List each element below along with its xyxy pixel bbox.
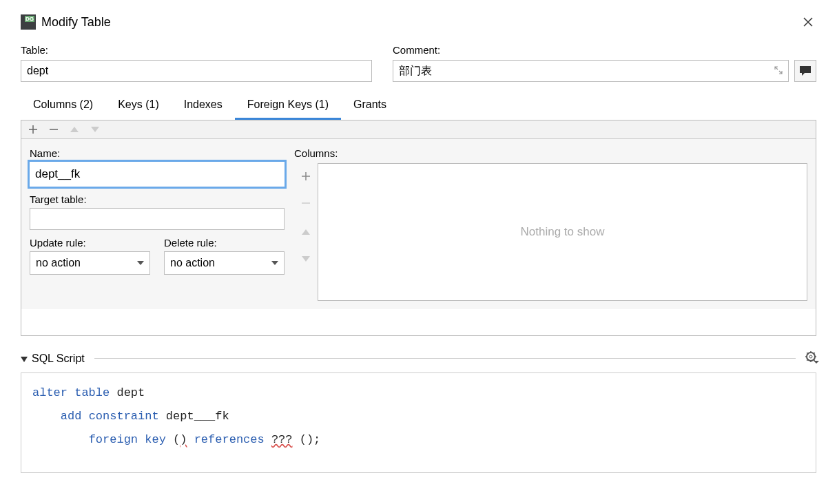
table-name-input[interactable] [21,60,372,82]
add-column-button[interactable] [301,170,311,185]
minus-icon [301,198,311,208]
update-rule-label: Update rule: [30,237,150,249]
sql-error: ??? [271,433,293,446]
titlebar: Modify Table [21,14,816,30]
comment-input[interactable] [393,62,769,80]
columns-list[interactable]: Nothing to show [318,163,807,301]
sql-editor[interactable]: alter table dept add constraint dept___f… [21,372,816,473]
sql-punct: (); [300,433,321,446]
window-title: Modify Table [41,15,111,30]
sql-keyword: constraint [89,410,159,423]
sql-keyword: references [194,433,265,446]
triangle-down-icon [21,357,28,362]
move-down-button [89,123,101,136]
remove-fk-button[interactable] [48,123,60,136]
gear-icon [805,351,816,362]
update-rule-value: no action [36,257,81,269]
triangle-up-icon [70,127,79,132]
tab-columns[interactable]: Columns (2) [21,92,105,120]
fk-name-label: Name: [30,147,285,159]
tab-grants[interactable]: Grants [341,92,399,120]
fk-target-label: Target table: [30,193,285,205]
divider [94,358,796,359]
close-icon [803,17,813,27]
chevron-down-icon [137,261,144,265]
col-move-down-button [302,251,310,265]
svg-point-1 [809,355,812,358]
triangle-down-icon [91,127,99,132]
plus-icon [28,125,38,134]
comment-label: Comment: [393,44,816,56]
tab-indexes[interactable]: Indexes [172,92,235,120]
tab-keys[interactable]: Keys (1) [105,92,172,120]
foreign-keys-panel: Name: Target table: Update rule: no acti… [21,120,816,336]
sql-settings-button[interactable] [805,351,816,366]
update-rule-select[interactable]: no action [30,251,150,275]
close-button[interactable] [800,14,816,30]
triangle-down-icon [302,256,310,262]
sql-keyword: alter [32,386,68,399]
sql-ident: dept [116,386,145,399]
delete-rule-select[interactable]: no action [164,251,285,275]
sql-keyword: foreign [89,433,138,446]
sql-ident: dept___fk [166,410,229,423]
datagrip-icon [21,14,36,30]
tabs: Columns (2) Keys (1) Indexes Foreign Key… [21,92,816,120]
move-up-button [68,123,81,136]
sql-keyword: table [74,386,110,399]
empty-message: Nothing to show [521,225,605,239]
comment-input-wrap [393,60,789,82]
fk-target-input[interactable] [30,208,285,230]
triangle-up-icon [302,229,310,235]
sql-script-title: SQL Script [32,353,85,365]
add-fk-button[interactable] [27,123,39,136]
remove-column-button [301,197,311,211]
sql-keyword: key [145,433,166,446]
table-label: Table: [21,44,372,56]
sql-collapse-toggle[interactable] [21,353,28,364]
sql-keyword: add [61,410,82,423]
speech-bubble-icon [799,65,812,76]
fk-name-input[interactable] [30,162,285,187]
chevron-down-icon [271,261,278,265]
plus-icon [301,171,311,181]
columns-label: Columns: [294,147,807,159]
delete-rule-label: Delete rule: [164,237,285,249]
tab-foreign-keys[interactable]: Foreign Keys (1) [235,92,341,120]
expand-icon[interactable] [769,65,788,76]
col-move-up-button [302,224,310,238]
delete-rule-value: no action [170,257,215,269]
minus-icon [49,125,59,134]
comment-dialog-button[interactable] [794,60,816,82]
